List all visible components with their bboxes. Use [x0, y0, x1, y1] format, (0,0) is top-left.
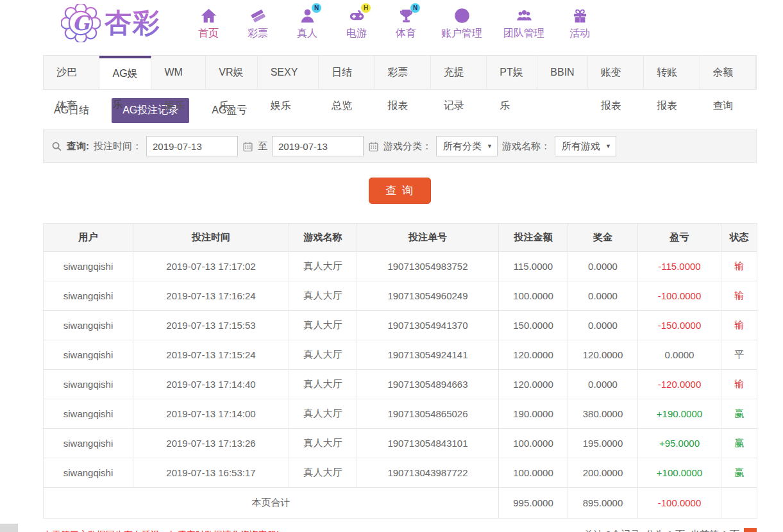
date-to-input[interactable]: [272, 136, 364, 156]
cell-user: siwangqishi: [44, 429, 133, 458]
subtab-AG盈亏[interactable]: AG盈亏: [201, 98, 258, 123]
nav-item-label: 团队管理: [503, 27, 544, 40]
ticket-icon: [248, 6, 267, 26]
cell-amount: 120.0000: [499, 370, 568, 399]
nav-item-gamepad[interactable]: H电游: [342, 6, 371, 40]
to-label: 至: [258, 140, 267, 153]
tab-转账报表[interactable]: 转账报表: [644, 56, 700, 89]
cell-time: 2019-07-13 17:14:40: [133, 370, 289, 399]
table-footer: 由于第三方数据同步存在延迟，如需实时数据请您咨询客服! 总计 8个记录, 分为 …: [43, 528, 757, 532]
gift-icon: [570, 6, 589, 26]
column-header: 盈亏: [638, 224, 721, 252]
table-row: siwangqishi2019-07-13 17:17:02真人大厅190713…: [44, 252, 757, 281]
nav-item-label: 电游: [346, 27, 367, 40]
nav-item-team[interactable]: 团队管理: [503, 6, 544, 40]
cell-prize: 0.0000: [568, 311, 638, 340]
cell-prize: 0.0000: [568, 252, 638, 281]
nav-item-home[interactable]: 首页: [194, 6, 223, 40]
tab-AG娱乐[interactable]: AG娱乐: [99, 56, 151, 89]
cell-game: 真人大厅: [289, 429, 357, 458]
cell-order: 190713054865026: [357, 399, 499, 429]
pagination: 总计 8个记录, 分为 1 页, 当前第 1 页 1: [584, 528, 757, 532]
cell-prize: 120.0000: [568, 340, 638, 370]
cell-time: 2019-07-13 17:14:00: [133, 399, 289, 429]
cell-amount: 100.0000: [499, 458, 568, 488]
cell-profit: +100.0000: [638, 458, 721, 488]
tab-VR娱乐[interactable]: VR娱乐: [206, 56, 257, 89]
table-row: siwangqishi2019-07-13 17:14:40真人大厅190713…: [44, 370, 757, 399]
cell-game: 真人大厅: [289, 340, 357, 370]
gamepad-icon: H: [347, 6, 366, 26]
game-category-value: 所有分类: [443, 140, 482, 153]
tab-充提记录[interactable]: 充提记录: [431, 56, 487, 89]
cell-amount: 120.0000: [499, 340, 568, 370]
nav-item-trophy[interactable]: N体育: [392, 6, 420, 40]
tab-SEXY娱乐[interactable]: SEXY娱乐: [258, 56, 319, 89]
table-row: siwangqishi2019-07-13 17:16:24真人大厅190713…: [44, 281, 757, 311]
cell-order: 190713054960249: [357, 281, 499, 311]
cell-amount: 150.0000: [499, 311, 568, 340]
top-header: G 杏彩 首页彩票N真人H电游N体育账户管理团队管理活动: [0, 0, 783, 46]
cell-prize: 195.0000: [568, 429, 638, 458]
cell-profit: -120.0000: [638, 370, 721, 399]
cell-game: 真人大厅: [289, 281, 357, 311]
search-panel: 查询: 投注时间： 至 游戏分类： 所有分类: [43, 129, 757, 163]
cell-prize: 200.0000: [568, 458, 638, 488]
tab-PT娱乐[interactable]: PT娱乐: [487, 56, 537, 89]
cell-time: 2019-07-13 17:16:24: [133, 281, 289, 311]
nav-item-gift[interactable]: 活动: [566, 6, 594, 40]
cell-order: 190713054941370: [357, 311, 499, 340]
tab-余额查询[interactable]: 余额查询: [700, 56, 756, 89]
cell-time: 2019-07-13 17:15:53: [133, 311, 289, 340]
search-icon: [51, 141, 62, 152]
svg-text:G: G: [72, 12, 91, 35]
cell-time: 2019-07-13 16:53:17: [133, 458, 289, 488]
new-badge: N: [312, 3, 321, 13]
cell-order: 190713054894663: [357, 370, 499, 399]
table-row: siwangqishi2019-07-13 17:13:26真人大厅190713…: [44, 429, 757, 458]
home-icon: [199, 6, 218, 26]
game-name-select[interactable]: 所有游戏 ▼: [555, 136, 616, 156]
page-number-button[interactable]: 1: [744, 528, 757, 532]
report-tabs: 沙巴体育AG娱乐WM娱乐VR娱乐SEXY娱乐日结总览彩票报表充提记录PT娱乐BB…: [43, 55, 757, 90]
brand-flower-icon: G: [61, 4, 101, 42]
game-category-select[interactable]: 所有分类 ▼: [436, 136, 498, 156]
chevron-down-icon: ▼: [605, 143, 611, 149]
brand-logo[interactable]: G 杏彩: [61, 4, 161, 42]
cell-time: 2019-07-13 17:13:26: [133, 429, 289, 458]
column-header: 投注金额: [499, 224, 568, 252]
cell-profit: -115.0000: [638, 252, 721, 281]
nav-item-live[interactable]: N真人: [293, 6, 321, 40]
cell-status: 赢: [721, 399, 757, 429]
top-nav: 首页彩票N真人H电游N体育账户管理团队管理活动: [194, 6, 594, 40]
calendar-icon[interactable]: [242, 141, 253, 152]
date-from-input[interactable]: [146, 136, 238, 156]
column-header: 游戏名称: [289, 224, 357, 252]
tab-日结总览[interactable]: 日结总览: [319, 56, 375, 89]
tab-BBIN[interactable]: BBIN: [537, 56, 587, 89]
game-name-label: 游戏名称：: [502, 140, 550, 153]
tab-账变报表[interactable]: 账变报表: [588, 56, 644, 89]
column-header: 投注单号: [357, 224, 499, 252]
column-header: 奖金: [568, 224, 638, 252]
tab-沙巴体育[interactable]: 沙巴体育: [44, 56, 99, 89]
cell-prize: 0.0000: [568, 281, 638, 311]
calendar-icon[interactable]: [368, 141, 379, 152]
corner-decoration: [0, 524, 18, 532]
summary-profit: -100.0000: [638, 488, 721, 519]
nav-item-ticket[interactable]: 彩票: [244, 6, 272, 40]
team-icon: [514, 6, 534, 26]
tab-WM娱乐[interactable]: WM娱乐: [151, 56, 206, 89]
cell-time: 2019-07-13 17:15:24: [133, 340, 289, 370]
column-header: 状态: [721, 224, 757, 252]
nav-item-coin[interactable]: 账户管理: [441, 6, 482, 40]
cell-profit: 0.0000: [638, 340, 721, 370]
query-button[interactable]: 查 询: [369, 178, 431, 204]
cell-user: siwangqishi: [44, 399, 133, 429]
tab-彩票报表[interactable]: 彩票报表: [375, 56, 430, 89]
nav-item-label: 首页: [198, 27, 219, 40]
cell-profit: +95.0000: [638, 429, 721, 458]
cell-game: 真人大厅: [289, 370, 357, 399]
cell-order: 190713054924141: [357, 340, 499, 370]
cell-amount: 115.0000: [499, 252, 568, 281]
